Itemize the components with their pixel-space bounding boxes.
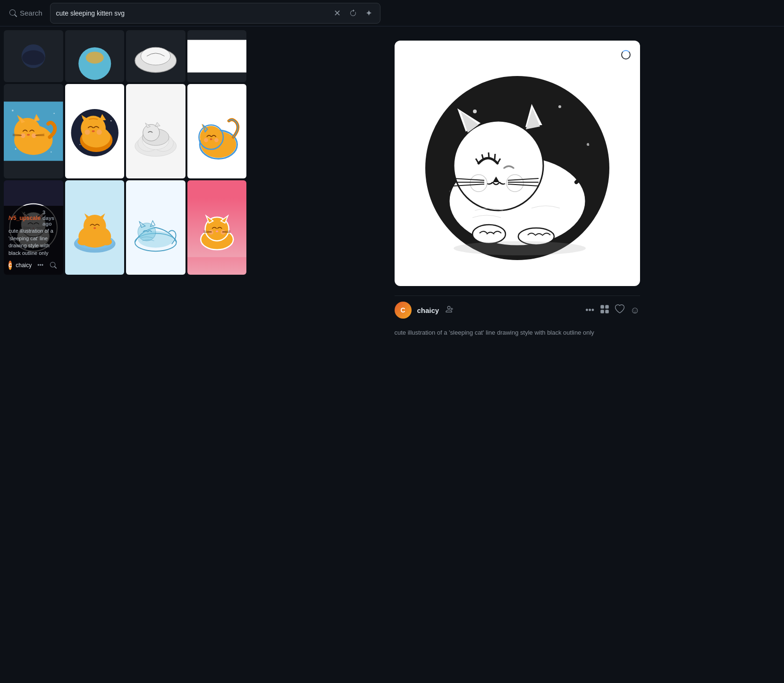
- main-container: /v5_upscale 3 days ago cute illustration…: [0, 26, 784, 683]
- search-bar-icons: ✕ ✦: [332, 6, 374, 20]
- svg-point-80: [101, 238, 112, 245]
- svg-point-56: [204, 138, 208, 142]
- grid-item-pink-cat[interactable]: [187, 180, 247, 275]
- svg-point-106: [558, 105, 561, 108]
- grid-panel: /v5_upscale 3 days ago cute illustration…: [0, 26, 250, 683]
- card-actions: C chaicy ••• ☺: [8, 260, 59, 271]
- follow-button[interactable]: [445, 305, 453, 316]
- svg-point-79: [77, 238, 88, 245]
- grid-row-2: /v5_upscale 3 days ago cute illustration…: [4, 180, 246, 275]
- grid-item-top-3[interactable]: [126, 30, 185, 82]
- search-icon: [9, 9, 17, 17]
- caption-text: cute illustration of a 'sleeping cat' li…: [395, 329, 594, 336]
- emoji-button[interactable]: ☺: [630, 305, 640, 316]
- card-description: cute illustration of a 'sleeping cat' li…: [8, 228, 59, 257]
- svg-point-38: [96, 129, 101, 135]
- svg-point-1: [22, 50, 45, 65]
- grid-item-white-space[interactable]: /v5_upscale 3 days ago cute illustration…: [4, 180, 63, 275]
- search-input[interactable]: [56, 9, 332, 17]
- detail-avatar: C: [395, 302, 412, 319]
- loading-spinner: [621, 50, 631, 59]
- svg-point-84: [93, 227, 96, 229]
- card-overlay-1: /v5_upscale 3 days ago cute illustration…: [4, 206, 63, 275]
- like-button[interactable]: [615, 304, 624, 316]
- clear-search-button[interactable]: ✕: [332, 6, 343, 20]
- card-timestamp: 3 days ago: [42, 210, 58, 227]
- card-user-display: chaicy: [16, 262, 32, 269]
- refresh-icon[interactable]: [347, 8, 359, 19]
- search-label-area: Search: [9, 9, 42, 17]
- svg-point-111: [472, 225, 506, 244]
- grid-item-orange-white[interactable]: [187, 84, 247, 178]
- grid-item-orange-blue[interactable]: [4, 84, 63, 178]
- grid-item-cushion[interactable]: [65, 180, 125, 275]
- svg-point-18: [27, 134, 30, 136]
- svg-point-11: [15, 148, 17, 150]
- svg-point-9: [53, 113, 55, 114]
- detail-footer-actions: ••• ☺: [585, 304, 640, 316]
- grid-item-cloud-cat[interactable]: [126, 84, 185, 178]
- detail-image-container: [395, 41, 640, 286]
- svg-point-30: [79, 144, 80, 145]
- search-text-label: Search: [20, 9, 42, 17]
- card-action-icons: ••• ☺: [35, 260, 63, 271]
- svg-point-45: [143, 125, 160, 141]
- svg-point-51: [200, 126, 222, 149]
- detail-footer: C chaicy •••: [395, 295, 640, 324]
- more-options-button[interactable]: •••: [585, 305, 594, 315]
- svg-point-28: [110, 120, 112, 122]
- svg-point-36: [92, 130, 94, 132]
- svg-point-132: [454, 241, 586, 255]
- svg-point-10: [51, 152, 52, 153]
- magic-icon[interactable]: ✦: [363, 6, 374, 20]
- svg-point-96: [216, 230, 218, 232]
- svg-point-57: [214, 138, 219, 142]
- svg-point-8: [12, 110, 14, 111]
- grid-item-teal-cat[interactable]: [126, 180, 185, 275]
- svg-point-3: [85, 52, 103, 64]
- svg-line-121: [495, 154, 495, 160]
- svg-point-55: [210, 138, 212, 140]
- card-username-row: /v5_upscale 3 days ago: [8, 210, 59, 227]
- spacer: [4, 277, 246, 418]
- detail-cat-svg: [404, 50, 631, 277]
- grid-row-1: [4, 84, 246, 178]
- grid-item-top-1[interactable]: [4, 30, 63, 82]
- grid-view-button[interactable]: [600, 304, 609, 316]
- svg-line-120: [489, 152, 489, 158]
- more-button[interactable]: •••: [35, 260, 45, 271]
- grid-item-top-4[interactable]: [187, 30, 247, 82]
- svg-line-102: [222, 232, 230, 233]
- svg-point-113: [454, 121, 543, 211]
- svg-point-37: [84, 129, 90, 135]
- grid-item-space-cat[interactable]: [65, 84, 125, 178]
- detail-panel: C chaicy •••: [250, 26, 784, 683]
- svg-point-5: [141, 47, 170, 65]
- search-bar[interactable]: ✕ ✦: [50, 3, 380, 24]
- top-partial-row: [4, 30, 246, 82]
- card-username: /v5_upscale: [8, 215, 41, 221]
- svg-rect-6: [187, 40, 247, 72]
- grid-item-top-2[interactable]: [65, 30, 125, 82]
- detail-caption: cute illustration of a 'sleeping cat' li…: [395, 328, 640, 337]
- detail-username: chaicy: [417, 306, 439, 314]
- svg-point-105: [473, 110, 477, 113]
- search-card-button[interactable]: [48, 260, 59, 271]
- card-avatar: C: [8, 261, 12, 270]
- react-button[interactable]: ☺: [61, 260, 63, 271]
- svg-line-100: [203, 232, 211, 233]
- header: Search ✕ ✦: [0, 0, 784, 26]
